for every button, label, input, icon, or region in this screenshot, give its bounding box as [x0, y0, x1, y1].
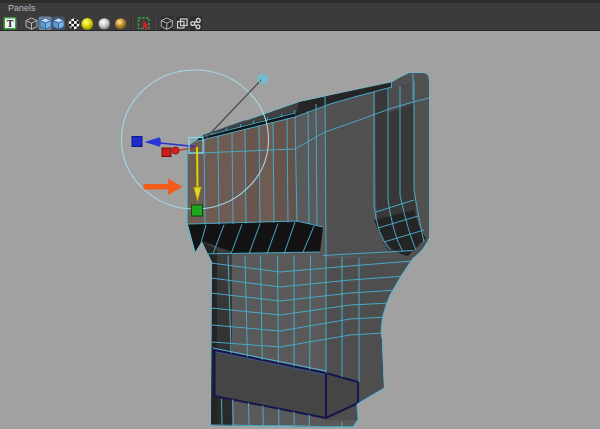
svg-text:T: T	[7, 18, 14, 29]
